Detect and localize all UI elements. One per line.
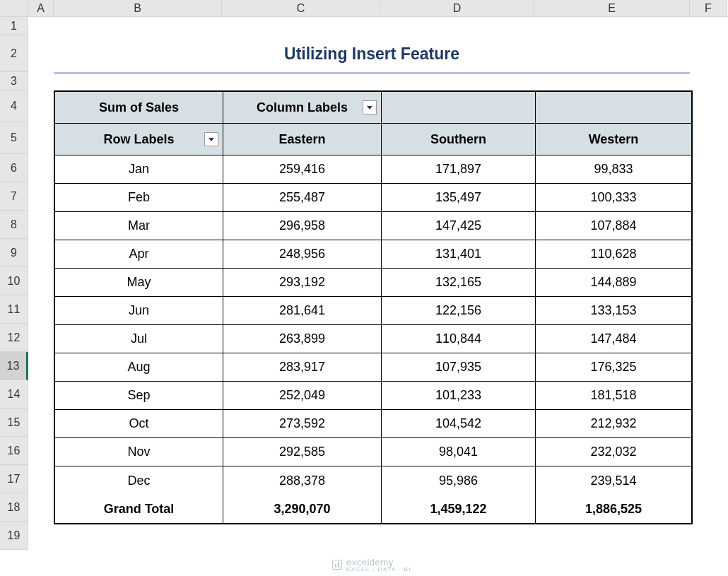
row-header-4[interactable]: 4 <box>0 90 28 122</box>
row-label: Dec <box>55 466 223 495</box>
row-header-14[interactable]: 14 <box>0 380 28 409</box>
pivot-table: Sum of Sales Column Labels Row Labels Ea… <box>54 90 693 524</box>
cell-southern: 107,935 <box>382 353 536 382</box>
pivot-header-row-2: Row Labels Eastern Southern Western <box>55 124 691 155</box>
row-header-11[interactable]: 11 <box>0 295 28 324</box>
cell-eastern: 255,487 <box>223 184 382 212</box>
col-header-A[interactable]: A <box>28 0 54 16</box>
pivot-total-row: Grand Total 3,290,070 1,459,122 1,886,52… <box>55 495 691 523</box>
cell-eastern: 283,917 <box>223 353 382 382</box>
select-all-corner[interactable] <box>0 0 28 16</box>
pivot-header-blank-1 <box>382 92 536 124</box>
col-header-western: Western <box>536 124 691 155</box>
cell-eastern: 252,049 <box>223 382 382 410</box>
row-label: Feb <box>55 184 223 212</box>
row-label: Mar <box>55 212 223 240</box>
cell-western: 99,833 <box>536 155 691 184</box>
cell-western: 212,932 <box>536 410 691 438</box>
cell-eastern: 263,899 <box>223 325 382 353</box>
pivot-data-row: May293,192132,165144,889 <box>55 269 691 297</box>
pivot-data-row: Jul263,899110,844147,484 <box>55 325 691 353</box>
cell-southern: 122,156 <box>382 297 536 325</box>
row-header-5[interactable]: 5 <box>0 122 28 154</box>
row-header-1[interactable]: 1 <box>0 17 28 35</box>
grand-total-eastern: 3,290,070 <box>223 495 382 523</box>
col-header-D[interactable]: D <box>380 0 534 16</box>
row-header-8[interactable]: 8 <box>0 211 28 239</box>
row-header-9[interactable]: 9 <box>0 239 28 267</box>
spreadsheet: A B C D E F 1 2 3 4 5 6 7 8 9 10 11 12 1… <box>0 0 728 576</box>
cell-western: 181,518 <box>536 382 691 410</box>
watermark-text: exceldemy EXCEL · DATA · BI <box>346 557 411 572</box>
col-header-C[interactable]: C <box>222 0 380 16</box>
grand-total-label: Grand Total <box>55 495 223 523</box>
row-header-13[interactable]: 13 <box>0 352 28 380</box>
cell-southern: 110,844 <box>382 325 536 353</box>
cell-western: 176,325 <box>536 353 691 382</box>
watermark-tagline: EXCEL · DATA · BI <box>346 566 411 572</box>
pivot-data-row: Nov292,58598,041232,032 <box>55 438 691 466</box>
pivot-data-row: Feb255,487135,497100,333 <box>55 184 691 212</box>
column-labels-dropdown-icon[interactable] <box>363 100 377 114</box>
column-labels-text: Column Labels <box>257 100 348 115</box>
row-labels-text: Row Labels <box>103 132 174 147</box>
cell-western: 239,514 <box>536 466 691 495</box>
row-header-19[interactable]: 19 <box>0 522 28 550</box>
cell-southern: 131,401 <box>382 240 536 269</box>
row-header-10[interactable]: 10 <box>0 267 28 295</box>
pivot-data-row: Apr248,956131,401110,628 <box>55 240 691 269</box>
row-label: Nov <box>55 438 223 466</box>
row-label: May <box>55 269 223 297</box>
column-header-row: A B C D E F <box>0 0 728 17</box>
cell-western: 133,153 <box>536 297 691 325</box>
cell-eastern: 292,585 <box>223 438 382 466</box>
row-header-column: 1 2 3 4 5 6 7 8 9 10 11 12 13 14 15 16 1… <box>0 17 28 550</box>
cell-southern: 171,897 <box>382 155 536 184</box>
pivot-data-row: Jan259,416171,89799,833 <box>55 155 691 184</box>
row-header-7[interactable]: 7 <box>0 182 28 211</box>
cell-eastern: 273,592 <box>223 410 382 438</box>
cell-western: 110,628 <box>536 240 691 269</box>
row-label: Oct <box>55 410 223 438</box>
row-header-12[interactable]: 12 <box>0 324 28 352</box>
column-labels-header: Column Labels <box>223 92 382 124</box>
grand-total-western: 1,886,525 <box>536 495 691 523</box>
pivot-header-row-1: Sum of Sales Column Labels <box>55 92 691 124</box>
row-label: Jan <box>55 155 223 184</box>
cell-eastern: 293,192 <box>223 269 382 297</box>
row-header-3[interactable]: 3 <box>0 72 28 90</box>
cell-southern: 147,425 <box>382 212 536 240</box>
sum-of-sales-label: Sum of Sales <box>55 92 223 124</box>
title-cell: Utilizing Insert Feature <box>54 35 690 72</box>
row-header-6[interactable]: 6 <box>0 154 28 182</box>
cells-area[interactable]: Utilizing Insert Feature Sum of Sales Co… <box>28 17 728 550</box>
row-label: Aug <box>55 353 223 382</box>
cell-southern: 101,233 <box>382 382 536 410</box>
row-label: Sep <box>55 382 223 410</box>
cell-western: 144,889 <box>536 269 691 297</box>
row-header-16[interactable]: 16 <box>0 437 28 465</box>
row-label: Jun <box>55 297 223 325</box>
grand-total-southern: 1,459,122 <box>382 495 536 523</box>
col-header-F[interactable]: F <box>690 0 727 16</box>
cell-southern: 104,542 <box>382 410 536 438</box>
cell-eastern: 248,956 <box>223 240 382 269</box>
watermark-icon <box>332 560 342 570</box>
row-header-17[interactable]: 17 <box>0 465 28 493</box>
row-header-18[interactable]: 18 <box>0 493 28 522</box>
cell-western: 107,884 <box>536 212 691 240</box>
row-label: Jul <box>55 325 223 353</box>
cell-southern: 98,041 <box>382 438 536 466</box>
col-header-B[interactable]: B <box>54 0 222 16</box>
row-labels-dropdown-icon[interactable] <box>204 132 218 146</box>
pivot-data-row: Aug283,917107,935176,325 <box>55 353 691 382</box>
row-header-2[interactable]: 2 <box>0 35 28 72</box>
page-title: Utilizing Insert Feature <box>284 45 459 64</box>
cell-southern: 135,497 <box>382 184 536 212</box>
cell-eastern: 296,958 <box>223 212 382 240</box>
col-header-E[interactable]: E <box>534 0 690 16</box>
cell-southern: 132,165 <box>382 269 536 297</box>
cell-eastern: 259,416 <box>223 155 382 184</box>
row-header-15[interactable]: 15 <box>0 409 28 437</box>
cell-eastern: 288,378 <box>223 466 382 495</box>
